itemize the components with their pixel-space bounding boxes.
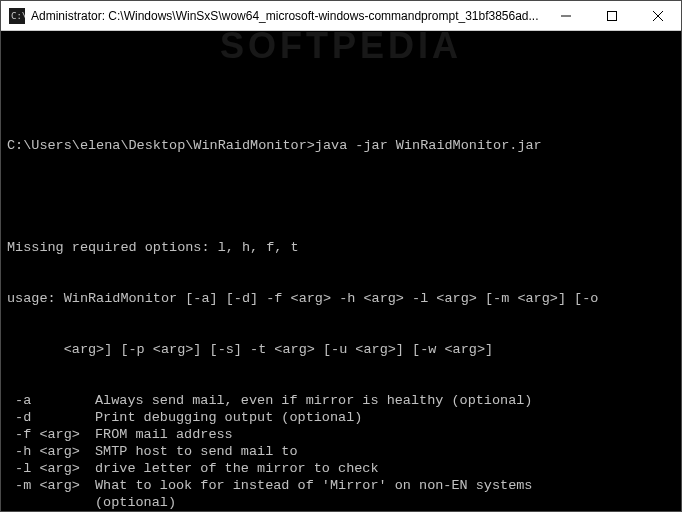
option-row: -h <arg>SMTP host to send mail to <box>7 443 675 460</box>
maximize-button[interactable] <box>589 1 635 30</box>
svg-text:C:\: C:\ <box>11 11 25 21</box>
option-flag: -l <arg> <box>7 460 95 477</box>
command-prompt-window: C:\ Administrator: C:\Windows\WinSxS\wow… <box>0 0 682 512</box>
window-controls <box>543 1 681 30</box>
option-flag: -m <arg> <box>7 477 95 494</box>
watermark: SOFTPEDIA <box>1 37 681 54</box>
option-flag: -d <box>7 409 95 426</box>
missing-options-line: Missing required options: l, h, f, t <box>7 239 675 256</box>
options-list: -aAlways send mail, even if mirror is he… <box>7 392 675 511</box>
command-line: C:\Users\elena\Desktop\WinRaidMonitor>ja… <box>7 137 675 154</box>
minimize-button[interactable] <box>543 1 589 30</box>
option-continuation: (optional) <box>7 494 675 511</box>
option-flag: -h <arg> <box>7 443 95 460</box>
prompt: C:\Users\elena\Desktop\WinRaidMonitor> <box>7 138 315 153</box>
blank-line <box>7 188 675 205</box>
titlebar[interactable]: C:\ Administrator: C:\Windows\WinSxS\wow… <box>1 1 681 31</box>
usage-line-2: <arg>] [-p <arg>] [-s] -t <arg> [-u <arg… <box>7 341 675 358</box>
option-description: FROM mail address <box>95 426 675 443</box>
option-row: -f <arg>FROM mail address <box>7 426 675 443</box>
option-description: drive letter of the mirror to check <box>95 460 675 477</box>
option-description: What to look for instead of 'Mirror' on … <box>95 477 675 494</box>
option-flag: -a <box>7 392 95 409</box>
svg-rect-3 <box>608 11 617 20</box>
option-row: -l <arg>drive letter of the mirror to ch… <box>7 460 675 477</box>
option-description: SMTP host to send mail to <box>95 443 675 460</box>
option-row: -m <arg>What to look for instead of 'Mir… <box>7 477 675 494</box>
option-flag: -f <arg> <box>7 426 95 443</box>
option-description: Always send mail, even if mirror is heal… <box>95 392 675 409</box>
usage-line-1: usage: WinRaidMonitor [-a] [-d] -f <arg>… <box>7 290 675 307</box>
cmd-icon: C:\ <box>9 8 25 24</box>
option-row: -dPrint debugging output (optional) <box>7 409 675 426</box>
entered-command: java -jar WinRaidMonitor.jar <box>315 138 542 153</box>
terminal-area[interactable]: SOFTPEDIA C:\Users\elena\Desktop\WinRaid… <box>1 31 681 511</box>
close-button[interactable] <box>635 1 681 30</box>
blank-line <box>7 86 675 103</box>
option-description: Print debugging output (optional) <box>95 409 675 426</box>
option-row: -aAlways send mail, even if mirror is he… <box>7 392 675 409</box>
window-title: Administrator: C:\Windows\WinSxS\wow64_m… <box>31 9 543 23</box>
